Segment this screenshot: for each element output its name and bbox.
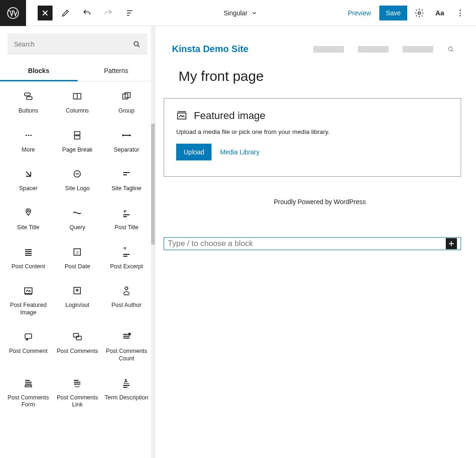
- block-item[interactable]: Group: [102, 84, 151, 123]
- block-item[interactable]: Post Comments Count: [102, 325, 151, 371]
- block-icon: A: [120, 377, 133, 390]
- inserter-tabs: Blocks Patterns: [0, 61, 155, 81]
- block-item[interactable]: Site Logo: [53, 162, 102, 201]
- svg-point-14: [27, 210, 29, 212]
- svg-point-3: [460, 12, 461, 13]
- list-view-button[interactable]: [121, 5, 138, 21]
- block-icon: [22, 377, 35, 390]
- styles-button[interactable]: Aa: [431, 5, 448, 21]
- block-icon: ”: [120, 246, 133, 259]
- block-item[interactable]: Post Comments Link: [53, 371, 102, 417]
- template-selector[interactable]: Singular: [138, 9, 343, 17]
- preview-button[interactable]: Preview: [343, 7, 376, 20]
- edit-tool-button[interactable]: [57, 5, 74, 21]
- svg-point-28: [449, 47, 452, 51]
- block-item[interactable]: Post Comment: [4, 325, 53, 371]
- redo-button[interactable]: [100, 5, 117, 21]
- svg-rect-7: [26, 97, 32, 100]
- tab-patterns[interactable]: Patterns: [78, 61, 155, 81]
- settings-button[interactable]: [411, 5, 428, 21]
- svg-rect-25: [128, 333, 131, 335]
- block-icon: [22, 167, 35, 180]
- block-item[interactable]: Columns: [53, 84, 102, 123]
- block-label: Post Comments Form: [6, 394, 51, 409]
- svg-rect-11: [74, 132, 80, 135]
- block-appender[interactable]: [164, 237, 461, 250]
- svg-text:”: ”: [123, 246, 126, 253]
- block-item[interactable]: ”Post Excerpt: [102, 240, 151, 279]
- wordpress-logo[interactable]: [0, 0, 26, 26]
- block-label: Site Logo: [65, 185, 90, 192]
- block-item[interactable]: Site Title: [4, 201, 53, 240]
- block-item[interactable]: 2Post Date: [53, 240, 102, 279]
- block-label: Post Comments Count: [104, 348, 149, 362]
- block-label: Post Featured Image: [6, 302, 51, 316]
- scrollbar-thumb[interactable]: [151, 124, 155, 245]
- block-label: Post Title: [114, 224, 138, 232]
- block-appender-input[interactable]: [168, 239, 446, 248]
- block-item[interactable]: Post Content: [4, 240, 53, 279]
- search-input[interactable]: [14, 40, 132, 48]
- block-icon: 2: [71, 246, 84, 259]
- more-menu-button[interactable]: [452, 5, 469, 21]
- block-icon: [22, 284, 35, 297]
- block-label: Site Tagline: [112, 185, 141, 192]
- save-button[interactable]: Save: [379, 6, 407, 20]
- block-icon: [22, 206, 35, 219]
- block-label: Login/out: [66, 302, 89, 309]
- undo-button[interactable]: [79, 5, 95, 21]
- block-label: Post Excerpt: [110, 263, 143, 271]
- block-item[interactable]: Page Break: [53, 123, 102, 162]
- block-label: Post Date: [65, 263, 90, 271]
- svg-point-0: [7, 7, 18, 18]
- navigation-placeholder[interactable]: [313, 46, 455, 53]
- block-item[interactable]: More: [4, 123, 53, 162]
- post-title-block[interactable]: My front page: [164, 58, 476, 94]
- block-item[interactable]: Query: [53, 201, 102, 240]
- block-icon: [120, 284, 133, 297]
- block-item[interactable]: Spacer: [4, 162, 53, 201]
- block-label: More: [22, 146, 35, 154]
- nav-item-placeholder: [313, 46, 344, 53]
- block-label: Query: [69, 224, 85, 232]
- block-item[interactable]: Post Author: [102, 279, 151, 325]
- block-item[interactable]: Site Tagline: [102, 162, 151, 201]
- block-item[interactable]: Login/out: [53, 279, 102, 325]
- svg-point-2: [460, 9, 461, 11]
- block-label: Columns: [66, 107, 89, 115]
- featured-image-title: Featured image: [194, 110, 265, 122]
- site-title-block[interactable]: Kinsta Demo Site: [172, 44, 248, 54]
- template-name: Singular: [224, 9, 247, 17]
- add-block-button[interactable]: [446, 238, 457, 249]
- block-item[interactable]: Post Comments: [53, 325, 102, 371]
- svg-rect-22: [25, 334, 32, 339]
- tab-blocks[interactable]: Blocks: [0, 61, 78, 81]
- block-item[interactable]: Post Featured Image: [4, 279, 53, 325]
- svg-rect-12: [74, 136, 80, 139]
- block-item[interactable]: Separator: [102, 123, 151, 162]
- block-item[interactable]: Post Comments Form: [4, 371, 53, 417]
- block-label: Page Break: [62, 146, 93, 154]
- footer-text[interactable]: Proudly Powered by WordPress: [164, 198, 476, 206]
- block-item[interactable]: Buttons: [4, 84, 53, 123]
- block-label: Post Comments: [57, 348, 98, 355]
- svg-text:2: 2: [76, 250, 79, 255]
- block-label: Post Content: [12, 263, 45, 271]
- block-icon: [120, 330, 133, 343]
- block-inserter-panel: Blocks Patterns ButtonsColumnsGroupMoreP…: [0, 26, 155, 458]
- block-item[interactable]: ATerm Description: [102, 371, 151, 417]
- block-label: Term Description: [105, 394, 148, 402]
- block-icon: P: [120, 206, 133, 219]
- media-library-button[interactable]: Media Library: [220, 148, 259, 156]
- block-item[interactable]: PPost Title: [102, 201, 151, 240]
- block-icon: [22, 246, 35, 259]
- search-icon[interactable]: [447, 46, 455, 53]
- featured-image-block[interactable]: Featured image Upload a media file or pi…: [164, 98, 461, 177]
- block-icon: [120, 167, 133, 180]
- close-inserter-button[interactable]: [38, 6, 53, 20]
- svg-rect-26: [25, 385, 32, 387]
- block-search[interactable]: [7, 33, 147, 55]
- upload-button[interactable]: Upload: [176, 144, 212, 160]
- search-icon: [132, 40, 141, 48]
- block-label: Group: [119, 107, 135, 115]
